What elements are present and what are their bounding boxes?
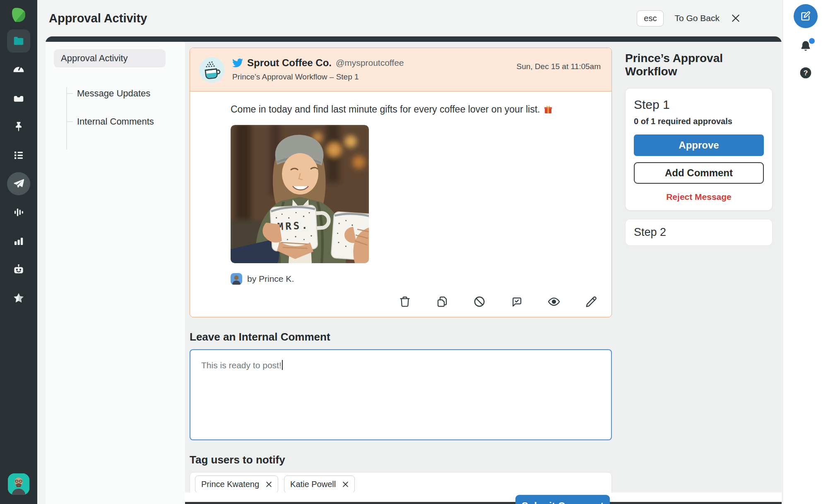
duplicate-icon[interactable] [436,295,448,308]
sidebar-item-reports[interactable] [7,229,30,252]
subnav-item-internal-comments[interactable]: Internal Comments [66,115,185,128]
workflow-step-2-card[interactable]: Step 2 [625,219,773,246]
footer-band [185,492,782,502]
pin-icon [12,120,25,133]
inbox-icon [12,92,25,104]
step-2-title: Step 2 [634,226,666,238]
tag-chip: Katie Powell [284,475,355,493]
right-rail: ? [782,0,828,504]
primary-sidebar [0,0,37,504]
internal-comment-input[interactable]: This is ready to post! [190,349,612,440]
star-icon [12,292,25,304]
message-card-header: Sprout Coffee Co. @mysproutcoffee Prince… [190,48,611,91]
sidebar-item-lists[interactable] [7,144,30,167]
paper-plane-icon [12,178,25,190]
message-text: Come in today and find last minute gifts… [231,104,540,115]
sidebar-item-inbox[interactable] [7,86,30,110]
add-comment-button[interactable]: Add Comment [634,162,764,184]
sidebar-item-dashboard[interactable] [7,58,30,81]
message-byline: by Prince K. [231,273,597,285]
message-body: Come in today and find last minute gifts… [190,91,611,293]
help-button[interactable]: ? [799,66,812,81]
sidebar-item-pinned[interactable] [7,115,30,138]
esc-hint-label: To Go Back [674,13,720,23]
sidebar-user-avatar[interactable] [8,473,29,495]
list-icon [12,149,25,161]
top-header: Approval Activity esc To Go Back [37,0,782,36]
approve-button[interactable]: Approve [634,134,764,156]
close-icon[interactable] [730,13,741,24]
tag-chip: Prince Kwateng [195,475,278,493]
listening-icon [12,206,25,218]
modal-bottom-edge [185,502,782,504]
subnav-item-message-updates[interactable]: Message Updates [66,87,185,100]
subnav-label: Internal Comments [77,116,154,127]
tag-users-heading: Tag users to notify [190,454,612,466]
approval-workflow-panel: Prince’s Approval Workflow Step 1 0 of 1… [625,52,773,246]
byline-text: by Prince K. [247,274,294,284]
notifications-button[interactable] [799,40,812,55]
approval-activity-modal: Approval Activity Message Updates Intern… [46,36,782,504]
help-icon: ? [799,66,812,79]
workflow-step-1-card: Step 1 0 of 1 required approvals Approve… [625,88,773,211]
profile-avatar-coffee [199,57,225,83]
tree-stub [66,121,73,122]
internal-comment-heading: Leave an Internal Comment [190,331,612,343]
remove-tag-icon[interactable] [342,481,349,487]
photo-mug-text: MRS. [277,219,310,233]
subnav-label: Approval Activity [61,53,128,64]
sidebar-item-folders[interactable] [7,29,30,53]
attached-photo[interactable]: MRS. [231,125,369,263]
compose-icon [800,10,811,22]
internal-comment-value: This is ready to post! [201,360,282,370]
step-1-title: Step 1 [634,98,764,112]
message-card: Sprout Coffee Co. @mysproutcoffee Prince… [190,48,612,317]
sprout-leaf-logo [10,6,28,24]
subnav-item-approval-activity[interactable]: Approval Activity [54,49,166,67]
trash-icon[interactable] [399,295,411,308]
approve-comment-icon[interactable] [510,295,523,308]
text-cursor [282,360,283,370]
sidebar-item-listening[interactable] [7,201,30,224]
subnav-label: Message Updates [77,88,150,99]
compose-button[interactable] [794,4,818,28]
sidebar-item-favorites[interactable] [7,286,30,310]
preview-eye-icon[interactable] [548,295,560,308]
user-avatar-photo [8,473,29,495]
esc-key-badge: esc [637,10,664,26]
reject-icon[interactable] [473,295,486,308]
gauge-icon [12,63,25,76]
step-1-subtitle: 0 of 1 required approvals [634,117,764,126]
gift-emoji [543,105,553,115]
workflow-title: Prince’s Approval Workflow [625,52,773,78]
sidebar-item-publishing[interactable] [7,172,30,195]
reject-message-link[interactable]: Reject Message [634,192,764,202]
app-root: ? Approval Activity esc To Go Back Appro… [0,0,828,504]
twitter-icon [232,58,243,68]
folder-icon [12,35,25,47]
message-workflow-step: Prince’s Approval Workflow – Step 1 [232,72,517,82]
message-timestamp: Sun, Dec 15 at 11:05am [517,62,601,71]
tag-chip-label: Katie Powell [290,480,336,489]
remove-tag-icon[interactable] [266,481,272,487]
svg-text:?: ? [803,69,808,77]
tree-stub [66,93,73,94]
submit-comment-button[interactable]: Submit Comment [515,495,610,504]
tag-chip-label: Prince Kwateng [201,480,259,489]
message-author: Sprout Coffee Co. [247,57,332,69]
modal-content: Sprout Coffee Co. @mysproutcoffee Prince… [185,42,782,504]
bot-icon [12,263,25,276]
message-handle: @mysproutcoffee [336,58,404,68]
approval-subnav: Approval Activity Message Updates Intern… [46,42,185,504]
sidebar-item-automation[interactable] [7,258,30,281]
byline-avatar [231,273,242,285]
page-title: Approval Activity [49,12,147,25]
notification-unread-dot [809,38,815,44]
message-actions [190,293,611,317]
edit-pencil-icon[interactable] [585,295,597,308]
bar-chart-icon [12,235,25,247]
